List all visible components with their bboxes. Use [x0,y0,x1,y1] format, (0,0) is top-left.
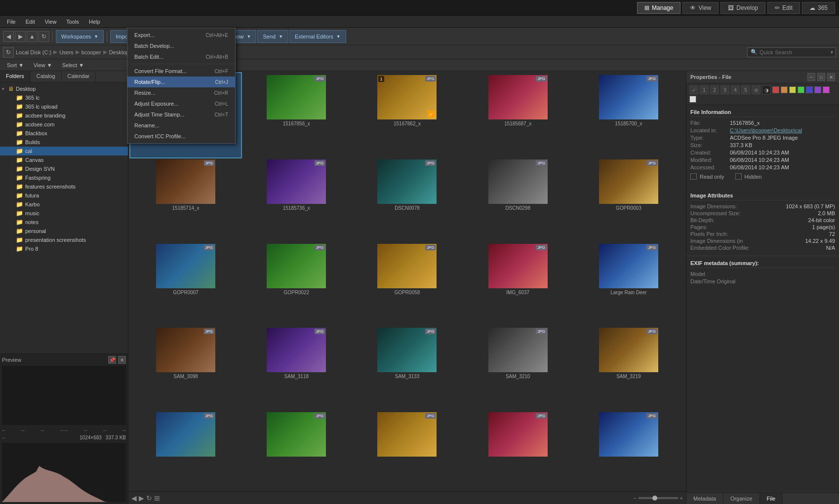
tab-calendar[interactable]: Calendar [62,71,96,82]
tree-item-blackbox[interactable]: 📁 Blackbox [0,129,128,138]
tree-item-desktop[interactable]: ▾ 🖥 Desktop [0,84,128,93]
tab-file[interactable]: File [760,493,783,504]
tree-item-365lcupload[interactable]: 📁 365 lc upload [0,102,128,111]
color-swatch-white[interactable] [689,96,696,103]
props-float-btn[interactable]: □ [817,73,825,81]
tree-item-pro8[interactable]: 📁 Pro 8 [0,244,128,253]
mode-edit-btn[interactable]: ✏ Edit [767,2,800,14]
tree-item-acdseebranding[interactable]: 📁 acdsee branding [0,111,128,120]
tree-item-karbo[interactable]: 📁 Karbo [0,200,128,209]
search-box[interactable]: 🔍 ▼ [747,47,836,57]
thumb-cell-t14[interactable]: JPG IMG_6037 [463,242,573,326]
send-btn[interactable]: Send ▼ [257,30,288,43]
tree-item-music[interactable]: 📁 music [0,209,128,218]
thumb-cell-t20[interactable]: JPG SAM_3219 [573,326,684,410]
nav-up-btn[interactable]: ▲ [27,31,38,42]
thumb-cell-t12[interactable]: JPG GOPR0022 [241,242,352,326]
mode-manage-btn[interactable]: ⊞ Manage [637,2,680,14]
thumb-cell-t16[interactable]: JPG SAM_3098 [130,326,241,410]
color-swatch-purple[interactable] [814,86,821,93]
search-dropdown-btn[interactable]: ▼ [830,50,834,55]
props-icon-4[interactable]: 4 [731,85,740,94]
thumb-cell-t6[interactable]: JPG 15185714_x [130,157,241,242]
thumb-cell-t13[interactable]: JPG GOPR0058 [352,242,462,326]
thumb-cell-t2[interactable]: JPG 15167856_x [241,73,352,157]
menu-view[interactable]: View [40,18,62,26]
tree-item-featuresscreenshots[interactable]: 📁 features screenshots [0,182,128,191]
thumb-cell-t8[interactable]: JPG DSCN0078 [352,157,462,242]
grid-nav-next-btn[interactable]: ▶ [139,494,144,502]
zoom-slider[interactable] [639,497,678,499]
thumb-cell-t4[interactable]: JPG 15185687_x [463,73,573,157]
external-editors-btn[interactable]: External Editors ▼ [289,30,346,43]
tree-item-designsvn[interactable]: 📁 Design SVN [0,164,128,173]
import-btn[interactable]: Import ▼ [110,30,144,43]
thumb-cell-t9[interactable]: JPG DSCN0298 [463,157,573,242]
thumb-cell-t7[interactable]: JPG 15185736_x [241,157,352,242]
color-swatch-blue[interactable] [806,86,813,93]
color-swatch-green[interactable] [798,86,804,93]
thumb-cell-t19[interactable]: JPG SAM_3210 [463,326,573,410]
tree-item-acdsee.com[interactable]: 📁 acdsee.com [0,120,128,129]
props-icon-bw[interactable]: ◑ [762,85,771,94]
breadcrumb-bcooper[interactable]: bcooper [81,49,101,55]
thumb-cell-t18[interactable]: JPG SAM_3133 [352,326,462,410]
file-location-value[interactable]: C:\Users\bcooper\Desktop\cal [730,127,835,133]
tab-organize[interactable]: Organize [723,493,760,504]
thumb-cell-t17[interactable]: JPG SAM_3118 [241,326,352,410]
nav-back-btn[interactable]: ◀ [3,31,14,42]
tab-folders[interactable]: Folders [0,71,31,82]
breadcrumb-localdisk[interactable]: Local Disk (C:) [16,49,51,55]
thumb-cell-t10[interactable]: JPG GOPR0003 [573,157,684,242]
breadcrumb-desktop[interactable]: Desktop [109,49,129,55]
tree-item-futura[interactable]: 📁 futura [0,191,128,200]
readonly-checkbox[interactable] [690,173,697,180]
grid-nav-prev-btn[interactable]: ◀ [131,494,137,502]
slideshow-btn[interactable]: Slideshow ▼ [213,30,256,43]
tree-item-notes[interactable]: 📁 notes [0,218,128,227]
tree-item-cal[interactable]: 📁 cal [0,147,128,155]
thumb-cell-t3[interactable]: JPG 1 ✓ 15167862_x [352,73,462,157]
preview-pin-btn[interactable]: 📌 [108,356,116,364]
breadcrumb-refresh-btn[interactable]: ↻ [3,47,14,58]
color-swatch-orange[interactable] [781,86,788,93]
thumb-cell-t21[interactable]: JPG [130,410,241,489]
thumb-cell-t5[interactable]: JPG 15185700_x [573,73,684,157]
batch-btn[interactable]: Batch ▼ [145,30,177,43]
props-icon-1[interactable]: 1 [700,85,709,94]
mode-view-btn[interactable]: 👁 View [682,2,719,14]
workspaces-btn[interactable]: Workspaces ▼ [56,30,104,43]
thumb-cell-t24[interactable]: JPG [463,410,573,489]
props-icon-5[interactable]: 5 [741,85,750,94]
menu-file[interactable]: File [2,18,21,26]
menu-edit[interactable]: Edit [21,18,40,26]
mode-365-btn[interactable]: ☁ 365 [802,2,835,14]
mode-develop-btn[interactable]: 🖼 Develop [720,2,765,14]
select-btn[interactable]: Select ▼ [58,61,88,69]
color-swatch-yellow[interactable] [789,86,796,93]
hidden-checkbox[interactable] [735,173,742,180]
thumb-cell-t25[interactable]: JPG [573,410,684,489]
thumb-cell-t1[interactable]: JPG 15167856_x [130,73,241,157]
menu-tools[interactable]: Tools [61,18,84,26]
create-btn[interactable]: Create ▼ [178,30,212,43]
menu-help[interactable]: Help [84,18,105,26]
props-icon-slash[interactable]: ⊘ [752,85,760,94]
tree-item-365lc[interactable]: 📁 365 lc [0,93,128,102]
tab-metadata[interactable]: Metadata [686,493,723,504]
breadcrumb-users[interactable]: Users [59,49,74,55]
color-swatch-red[interactable] [772,86,779,93]
search-input[interactable] [759,49,828,55]
thumb-cell-t15[interactable]: JPG Large Rain Deer [573,242,684,326]
nav-forward-btn[interactable]: ▶ [15,31,26,42]
color-swatch-pink[interactable] [823,86,830,93]
breadcrumb-cal[interactable]: cal [137,49,144,55]
props-pin-btn[interactable]: − [807,73,815,81]
thumb-cell-t11[interactable]: JPG GOPR0007 [130,242,241,326]
grid-settings-btn[interactable]: ⊞ [154,494,160,502]
sort-btn[interactable]: Sort ▼ [3,61,28,69]
tree-item-presentationscreenshots[interactable]: 📁 presentation screenshots [0,235,128,244]
tree-item-canvas[interactable]: 📁 Canvas [0,155,128,164]
grid-refresh-btn[interactable]: ↻ [146,494,152,502]
nav-refresh-btn[interactable]: ↻ [39,31,49,42]
